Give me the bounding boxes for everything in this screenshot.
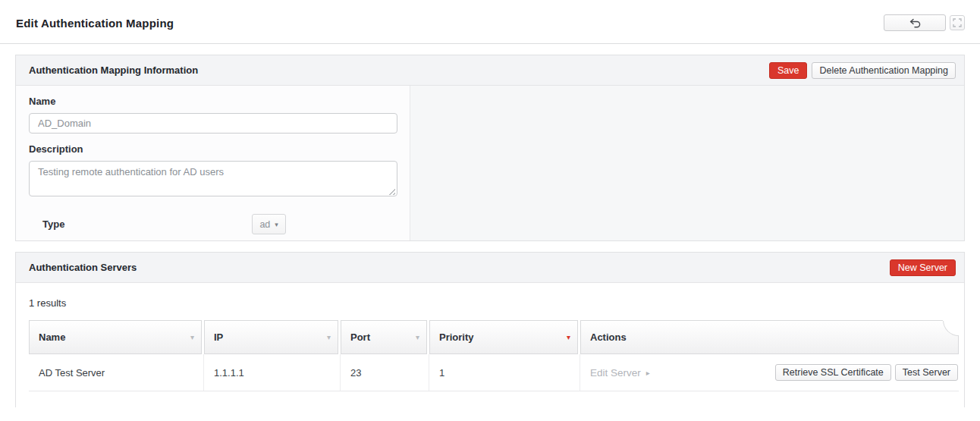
type-dropdown-value: ad — [259, 219, 270, 230]
retrieve-ssl-certificate-button[interactable]: Retrieve SSL Certificate — [775, 364, 891, 381]
auth-servers-panel: Authentication Servers New Server 1 resu… — [15, 252, 965, 407]
mapping-info-panel: Authentication Mapping Information Save … — [15, 55, 965, 241]
sort-caret-icon[interactable]: ▾ — [416, 333, 419, 341]
cell-ip: 1.1.1.1 — [204, 354, 341, 391]
table-corner-notch-mask — [943, 320, 959, 321]
servers-table: Name ▾ IP ▾ Port ▾ Priority ▾ — [29, 320, 959, 391]
chevron-down-icon: ▾ — [275, 221, 278, 228]
column-header-ip[interactable]: IP ▾ — [204, 320, 338, 354]
type-dropdown[interactable]: ad ▾ — [252, 214, 285, 234]
column-header-port[interactable]: Port ▾ — [341, 320, 427, 354]
save-button[interactable]: Save — [769, 62, 808, 79]
fullscreen-button[interactable] — [950, 15, 965, 30]
fullscreen-icon — [953, 18, 962, 27]
column-header-actions-label: Actions — [590, 331, 627, 343]
table-row: AD Test Server 1.1.1.1 23 1 Edit Server … — [29, 354, 959, 391]
servers-table-header: Name ▾ IP ▾ Port ▾ Priority ▾ — [29, 320, 959, 354]
back-button[interactable] — [884, 14, 946, 31]
cell-actions: Edit Server ▸ Retrieve SSL Certificate T… — [580, 354, 959, 391]
page-title: Edit Authentication Mapping — [16, 17, 174, 30]
back-icon — [909, 17, 922, 29]
mapping-info-body: Name Description Testing remote authenti… — [16, 86, 964, 240]
test-server-button[interactable]: Test Server — [895, 364, 958, 381]
mapping-info-title: Authentication Mapping Information — [29, 64, 198, 76]
column-header-name-label: Name — [39, 331, 65, 343]
mapping-info-panel-header: Authentication Mapping Information Save … — [16, 55, 964, 86]
cell-port: 23 — [341, 354, 429, 391]
column-header-priority[interactable]: Priority ▾ — [429, 320, 578, 354]
description-textarea[interactable]: Testing remote authentication for AD use… — [29, 161, 397, 196]
auth-servers-actions: New Server — [890, 259, 956, 276]
column-header-actions: Actions — [580, 320, 959, 354]
description-label: Description — [29, 143, 397, 155]
sort-caret-active-icon[interactable]: ▾ — [567, 333, 570, 341]
cell-priority: 1 — [429, 354, 580, 391]
description-field-wrap: Testing remote authentication for AD use… — [29, 161, 397, 200]
header-actions — [884, 14, 965, 31]
delete-authentication-mapping-button[interactable]: Delete Authentication Mapping — [812, 62, 956, 79]
type-label: Type — [42, 218, 64, 230]
auth-servers-title: Authentication Servers — [29, 262, 137, 273]
mapping-info-actions: Save Delete Authentication Mapping — [769, 62, 956, 79]
column-header-name[interactable]: Name ▾ — [29, 320, 202, 354]
auth-servers-body: 1 results Name ▾ IP ▾ Port ▾ — [16, 283, 964, 407]
column-header-port-label: Port — [350, 331, 370, 343]
table-corner-notch — [943, 320, 959, 336]
auth-servers-panel-header: Authentication Servers New Server — [16, 253, 964, 283]
type-row: Type ad ▾ — [29, 214, 397, 234]
edit-server-link[interactable]: Edit Server ▸ — [590, 367, 650, 379]
edit-authentication-mapping-page: Edit Authentication Mapping Authent — [0, 0, 980, 421]
chevron-right-icon: ▸ — [646, 369, 650, 377]
sort-caret-icon[interactable]: ▾ — [327, 333, 331, 341]
sort-caret-icon[interactable]: ▾ — [190, 333, 194, 341]
results-count: 1 results — [29, 297, 951, 309]
new-server-button[interactable]: New Server — [890, 259, 956, 276]
name-input[interactable] — [29, 113, 397, 134]
page-header: Edit Authentication Mapping — [0, 0, 980, 44]
column-header-priority-label: Priority — [439, 331, 474, 343]
mapping-info-empty-area — [410, 86, 964, 240]
edit-server-label: Edit Server — [590, 367, 641, 379]
column-header-ip-label: IP — [214, 331, 223, 343]
row-action-buttons: Retrieve SSL Certificate Test Server — [775, 364, 958, 381]
name-label: Name — [29, 96, 397, 107]
cell-name: AD Test Server — [29, 354, 204, 391]
mapping-form: Name Description Testing remote authenti… — [16, 86, 410, 240]
